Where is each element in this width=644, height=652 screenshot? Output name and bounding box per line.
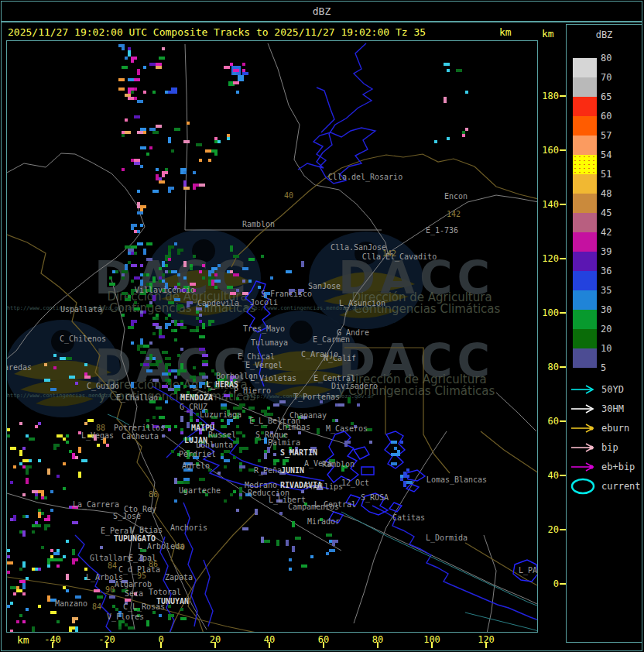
radar-echo-cell bbox=[159, 125, 162, 128]
right-axis-tick bbox=[560, 529, 566, 530]
place-name-label: Jocoli bbox=[250, 298, 278, 307]
highway-path bbox=[465, 543, 538, 586]
radar-echo-cell bbox=[125, 66, 128, 69]
radar-echo-cell bbox=[183, 184, 187, 187]
dbz-scale-band bbox=[573, 136, 597, 155]
radar-echo-cell bbox=[122, 168, 125, 171]
radar-echo-cell bbox=[264, 441, 267, 444]
radar-echo-cell bbox=[267, 450, 270, 453]
radar-echo-cell bbox=[214, 153, 218, 156]
dbz-scale-band bbox=[573, 348, 597, 368]
radar-echo-cell bbox=[75, 630, 78, 633]
legend-marker-row: current bbox=[570, 478, 641, 495]
radar-echo-cell bbox=[156, 379, 159, 382]
radar-echo-cell bbox=[137, 230, 140, 233]
radar-echo-cell bbox=[146, 623, 149, 626]
urban-outline-path bbox=[361, 467, 374, 475]
legend-title: dBZ bbox=[566, 29, 642, 40]
radar-echo-cell bbox=[47, 599, 50, 602]
radar-echo-cell bbox=[66, 589, 69, 592]
place-name-label: Capdevila bbox=[197, 299, 239, 307]
radar-echo-cell bbox=[165, 351, 168, 354]
place-name-label: S_Jose bbox=[113, 512, 141, 520]
radar-echo-cell bbox=[7, 605, 10, 608]
radar-echo-cell bbox=[329, 534, 332, 537]
route-number-label: 40 bbox=[284, 191, 293, 200]
radar-echo-cell bbox=[84, 363, 87, 366]
dbz-scale-label: 51 bbox=[601, 169, 611, 180]
radar-echo-cell bbox=[221, 419, 224, 422]
radar-echo-cell bbox=[7, 555, 10, 558]
place-name-label: 12_Oct bbox=[341, 479, 369, 487]
route-number-label: 40 bbox=[176, 543, 185, 551]
radar-echo-cell bbox=[140, 224, 143, 227]
radar-echo-cell bbox=[162, 416, 165, 419]
radar-map[interactable]: DACCDACCDACCDACCDirección de Agricultura… bbox=[6, 40, 538, 633]
radar-echo-cell bbox=[199, 270, 202, 273]
radar-echo-cell bbox=[177, 307, 180, 311]
radar-echo-cell bbox=[143, 91, 146, 94]
right-axis-tick-label: 40 bbox=[539, 470, 559, 481]
dbz-scale-label: 30 bbox=[601, 304, 611, 315]
radar-echo-cell bbox=[38, 524, 41, 527]
radar-echo-cell bbox=[137, 115, 140, 118]
track-arrow-icon bbox=[570, 384, 597, 395]
place-name-label: SanJose bbox=[308, 282, 341, 290]
right-axis-tick-label: 180 bbox=[539, 91, 559, 101]
place-name-label: Russel bbox=[208, 431, 236, 439]
radar-echo-cell bbox=[183, 171, 187, 174]
radar-echo-cell bbox=[41, 493, 44, 496]
dbz-scale-label: 5 bbox=[601, 362, 606, 373]
place-name-label: JUNIN bbox=[281, 466, 304, 475]
radar-echo-cell bbox=[131, 323, 134, 326]
radar-echo-cell bbox=[270, 413, 273, 416]
dbz-scale-band bbox=[573, 155, 597, 174]
radar-echo-cell bbox=[193, 171, 196, 174]
radar-echo-cell bbox=[447, 69, 450, 72]
dbz-scale-label: 35 bbox=[601, 285, 611, 296]
radar-echo-cell bbox=[177, 298, 180, 301]
radar-echo-cell bbox=[22, 447, 26, 450]
radar-echo-cell bbox=[143, 146, 146, 149]
radar-echo-cell bbox=[245, 72, 248, 75]
radar-echo-cell bbox=[183, 276, 187, 280]
radar-echo-cell bbox=[87, 376, 91, 379]
radar-echo-cell bbox=[159, 267, 162, 270]
radar-echo-cell bbox=[227, 422, 230, 425]
bottom-axis-unit-label: km bbox=[17, 634, 29, 646]
radar-echo-cell bbox=[60, 558, 63, 561]
radar-echo-cell bbox=[224, 465, 227, 468]
radar-echo-cell bbox=[103, 441, 106, 444]
radar-echo-cell bbox=[177, 128, 180, 131]
radar-echo-cell bbox=[143, 252, 146, 255]
legend-marker-label: eb+bip bbox=[601, 462, 635, 472]
place-name-label: C_Chilenos bbox=[60, 335, 106, 343]
radar-echo-cell bbox=[205, 363, 208, 366]
radar-echo-cell bbox=[6, 496, 7, 499]
right-axis-unit-label: km bbox=[542, 28, 554, 39]
radar-echo-cell bbox=[369, 441, 372, 444]
right-axis-tick bbox=[560, 583, 566, 585]
radar-echo-cell bbox=[199, 385, 202, 388]
radar-echo-cell bbox=[47, 524, 50, 527]
radar-echo-cell bbox=[146, 345, 149, 348]
radar-echo-cell bbox=[131, 60, 134, 63]
place-name-label: aredas bbox=[6, 363, 32, 372]
radar-echo-cell bbox=[199, 320, 202, 323]
radar-echo-cell bbox=[156, 323, 159, 326]
place-name-label: L_Violetas bbox=[250, 374, 296, 383]
radar-echo-cell bbox=[190, 267, 193, 270]
radar-echo-cell bbox=[279, 512, 283, 515]
place-name-label: Totoral bbox=[149, 588, 181, 596]
radar-echo-cell bbox=[218, 264, 221, 267]
radar-echo-cell bbox=[156, 317, 159, 320]
place-name-label: Clla.SanJose bbox=[331, 243, 386, 252]
radar-echo-cell bbox=[47, 561, 50, 564]
radar-echo-cell bbox=[137, 205, 140, 208]
radar-echo-cell bbox=[165, 400, 168, 403]
radar-echo-cell bbox=[162, 434, 165, 438]
radar-echo-cell bbox=[50, 509, 53, 512]
place-name-label: L_Asuncion bbox=[339, 299, 385, 307]
place-name-label: Villavicencio bbox=[135, 286, 195, 294]
radar-app-window: dBZ 2025/11/27 19:02:00 UTC Composite Tr… bbox=[0, 0, 644, 652]
